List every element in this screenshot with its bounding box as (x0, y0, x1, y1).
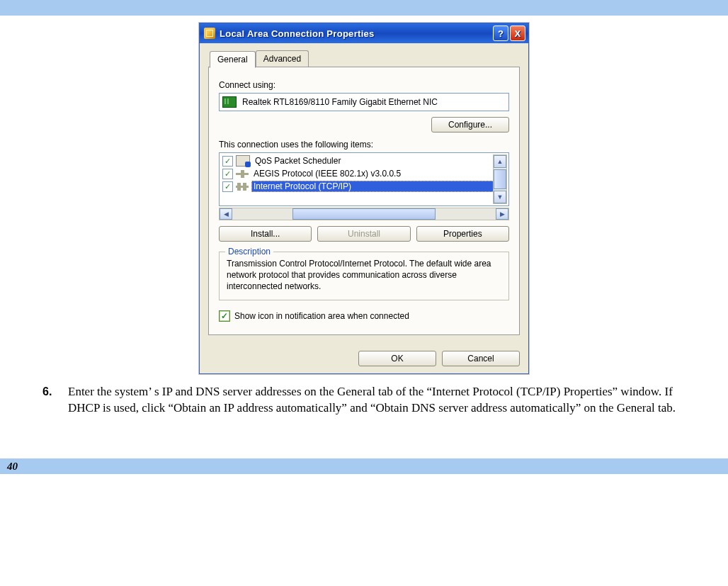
nic-icon (222, 96, 237, 108)
description-legend: Description (225, 247, 273, 257)
horizontal-scrollbar[interactable]: ◀ ▶ (219, 208, 509, 220)
scroll-thumb[interactable] (292, 208, 436, 220)
cancel-button[interactable]: Cancel (442, 351, 520, 366)
adapter-name: Realtek RTL8169/8110 Family Gigabit Ethe… (242, 97, 438, 107)
properties-button[interactable]: Properties (416, 226, 509, 242)
step-text: Enter the system’ s IP and DNS server ad… (68, 384, 707, 417)
items-listbox[interactable]: ✓ QoS Packet Scheduler ✓ AEGIS Protocol … (219, 152, 509, 206)
step-number: 6. (42, 384, 68, 417)
list-item-label: QoS Packet Scheduler (253, 155, 506, 167)
dialog-title: Local Area Connection Properties (220, 28, 491, 39)
scroll-right-icon[interactable]: ▶ (496, 208, 508, 220)
list-item[interactable]: ✓ QoS Packet Scheduler (221, 154, 507, 167)
install-button[interactable]: Install... (219, 226, 312, 242)
dialog-titlebar[interactable]: Local Area Connection Properties ? X (200, 23, 528, 43)
list-item[interactable]: ✓ Internet Protocol (TCP/IP) (221, 180, 507, 193)
list-item-label: Internet Protocol (TCP/IP) (251, 181, 506, 192)
list-item-label: AEGIS Protocol (IEEE 802.1x) v3.0.0.5 (251, 168, 506, 179)
checkbox[interactable]: ✓ (222, 169, 233, 179)
scroll-down-icon[interactable]: ▼ (494, 191, 506, 203)
ok-button[interactable]: OK (358, 351, 436, 366)
configure-button[interactable]: Configure... (431, 117, 509, 133)
page-top-bar (0, 0, 728, 16)
connect-using-label: Connect using: (219, 80, 509, 90)
page-footer-bar: 40 (0, 458, 728, 474)
description-group: Description Transmission Control Protoco… (219, 252, 509, 300)
checkbox[interactable]: ✓ (222, 181, 233, 192)
close-icon: X (515, 28, 521, 39)
scroll-up-icon[interactable]: ▲ (494, 155, 506, 168)
scroll-thumb[interactable] (494, 169, 506, 189)
vertical-scrollbar[interactable]: ▲ ▼ (493, 154, 507, 204)
service-icon (236, 155, 250, 167)
tab-general[interactable]: General (210, 51, 256, 68)
show-icon-checkbox[interactable]: ✓ (219, 310, 230, 322)
uninstall-button[interactable]: Uninstall (317, 226, 410, 242)
scroll-left-icon[interactable]: ◀ (220, 208, 232, 220)
close-button[interactable]: X (510, 26, 525, 41)
show-icon-label: Show icon in notification area when conn… (234, 311, 409, 321)
service-icon (236, 181, 249, 191)
instruction-step: 6. Enter the system’ s IP and DNS server… (42, 384, 707, 417)
tab-advanced[interactable]: Advanced (256, 50, 309, 67)
help-icon: ? (498, 28, 504, 39)
items-label: This connection uses the following items… (219, 140, 509, 150)
page-content: Local Area Connection Properties ? X Gen… (0, 16, 728, 458)
tab-bar: General Advanced (208, 50, 520, 67)
checkbox[interactable]: ✓ (222, 156, 233, 167)
list-item[interactable]: ✓ AEGIS Protocol (IEEE 802.1x) v3.0.0.5 (221, 167, 507, 180)
connection-icon (204, 28, 215, 39)
description-text: Transmission Control Protocol/Internet P… (227, 258, 501, 293)
service-icon (236, 169, 249, 179)
dialog-footer: OK Cancel (200, 344, 528, 373)
tab-pane-general: Connect using: Realtek RTL8169/8110 Fami… (208, 67, 520, 335)
connection-properties-dialog: Local Area Connection Properties ? X Gen… (199, 23, 529, 374)
page-number: 40 (7, 461, 18, 473)
adapter-field[interactable]: Realtek RTL8169/8110 Family Gigabit Ethe… (219, 93, 509, 111)
help-button[interactable]: ? (493, 26, 508, 41)
